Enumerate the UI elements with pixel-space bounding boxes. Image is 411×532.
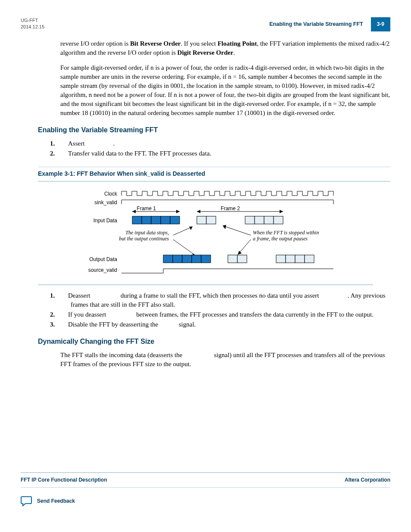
page-footer: FFT IP Core Functional Description Alter… [21, 472, 390, 488]
svg-rect-40 [201, 255, 211, 263]
page-header: UG-FFT 2014.12.15 Enabling the Variable … [21, 17, 390, 31]
svg-line-26 [173, 227, 193, 235]
section-heading-enable-vsfft: Enabling the Variable Streaming FFT [38, 125, 390, 135]
svg-rect-19 [206, 216, 216, 224]
list-item: 1.Assert sink_valid. [60, 139, 390, 148]
doc-date: 2014.12.15 [21, 24, 44, 30]
svg-marker-10 [197, 210, 200, 213]
page-number-badge: 3-9 [371, 17, 390, 31]
svg-rect-37 [173, 255, 182, 263]
paragraph-bit-reverse: reverse I/O order option is Bit Reverse … [60, 39, 390, 57]
timing-diagram-svg: Clock sink_valid Input Data Output Data … [68, 188, 343, 278]
svg-text:a frame, the output pauses: a frame, the output pauses [253, 236, 308, 242]
svg-rect-23 [274, 216, 283, 224]
svg-rect-22 [264, 216, 274, 224]
svg-rect-45 [295, 255, 305, 263]
svg-text:When the FFT is stopped within: When the FFT is stopped within [253, 230, 319, 236]
svg-rect-38 [182, 255, 192, 263]
svg-text:source_valid: source_valid [88, 267, 117, 273]
svg-rect-20 [245, 216, 255, 224]
svg-marker-6 [132, 210, 136, 213]
svg-text:Frame 2: Frame 2 [221, 205, 240, 212]
doc-id: UG-FFT [21, 17, 44, 24]
svg-marker-7 [176, 210, 180, 213]
svg-rect-16 [161, 216, 170, 224]
list-item: 3.Disable the FFT by deasserting the clk… [60, 320, 390, 329]
feedback-label: Send Feedback [37, 498, 75, 505]
svg-rect-13 [132, 216, 142, 224]
svg-marker-27 [189, 227, 193, 230]
enable-steps-list: 1.Assert sink_valid. 2.Transfer valid da… [60, 139, 390, 158]
svg-rect-36 [163, 255, 173, 263]
list-item: 2.Transfer valid data to the FFT. The FF… [60, 149, 390, 158]
paragraph-digit-reversed: For sample digit-reversed order, if n is… [60, 63, 390, 118]
svg-rect-42 [237, 255, 247, 263]
header-right: Enabling the Variable Streaming FFT 3-9 [269, 17, 390, 31]
paragraph-fft-size: The FFT stalls the incoming data (deasse… [60, 351, 390, 369]
svg-rect-14 [142, 216, 151, 224]
svg-rect-18 [197, 216, 206, 224]
list-item: 1.Deassert sink_valid during a frame to … [60, 291, 390, 309]
svg-rect-39 [192, 255, 201, 263]
svg-marker-35 [238, 251, 242, 255]
svg-text:Clock: Clock [104, 191, 118, 197]
example-title: Example 3-1: FFT Behavior When sink_vali… [38, 167, 390, 182]
footer-company: Altera Corporation [345, 476, 390, 484]
svg-text:The input data stops,: The input data stops, [125, 230, 169, 236]
svg-marker-33 [223, 225, 226, 229]
svg-text:sink_valid: sink_valid [94, 199, 117, 205]
svg-rect-17 [170, 216, 180, 224]
timing-diagram: Clock sink_valid Input Data Output Data … [38, 188, 373, 285]
running-title: Enabling the Variable Streaming FFT [269, 21, 371, 28]
svg-text:Input Data: Input Data [93, 218, 118, 224]
svg-rect-41 [228, 255, 237, 263]
footer-doc-title: FFT IP Core Functional Description [21, 476, 107, 484]
send-feedback-link[interactable]: Send Feedback [21, 495, 390, 507]
svg-rect-15 [151, 216, 161, 224]
svg-rect-44 [286, 255, 295, 263]
doc-meta: UG-FFT 2014.12.15 [21, 17, 44, 31]
list-item: 2.If you deassert sink_valid between fra… [60, 310, 390, 319]
svg-text:but the output continues: but the output continues [119, 236, 169, 242]
section-heading-fft-size: Dynamically Changing the FFT Size [38, 337, 390, 346]
example-notes-list: 1.Deassert sink_valid during a frame to … [60, 291, 390, 329]
speech-bubble-icon [21, 495, 33, 507]
svg-text:Output Data: Output Data [89, 256, 117, 262]
svg-rect-46 [305, 255, 314, 263]
svg-text:Frame 1: Frame 1 [137, 205, 156, 212]
svg-marker-11 [280, 210, 283, 213]
svg-line-32 [223, 226, 251, 235]
svg-rect-43 [276, 255, 286, 263]
svg-rect-21 [255, 216, 264, 224]
